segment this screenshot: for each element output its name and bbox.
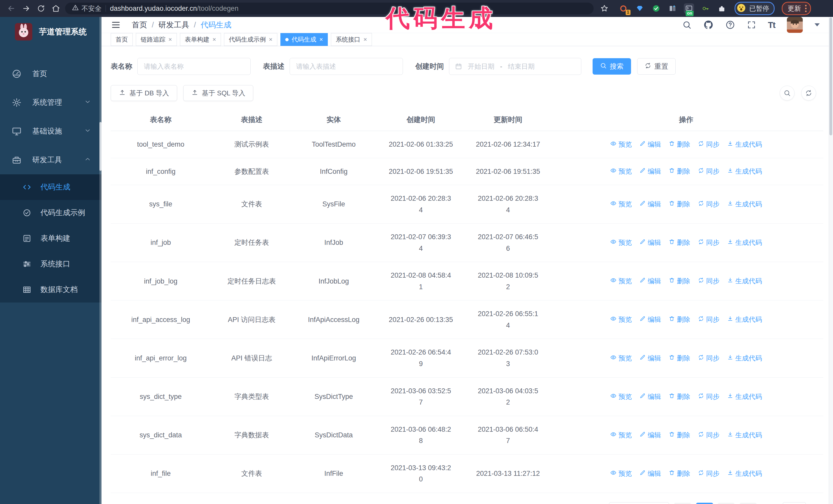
sidebar-item-1[interactable]: 首页 bbox=[0, 59, 101, 88]
action-sync[interactable]: 同步 bbox=[698, 430, 719, 441]
github-icon[interactable] bbox=[703, 20, 714, 30]
action-sync[interactable]: 同步 bbox=[698, 468, 719, 479]
security-warning[interactable]: 不安全 bbox=[72, 4, 101, 13]
sidebar-subitem-4[interactable]: 系统接口 bbox=[0, 251, 101, 277]
action-eye[interactable]: 预览 bbox=[610, 166, 632, 177]
breadcrumb-item-1[interactable]: 首页 bbox=[132, 20, 147, 30]
action-download[interactable]: 生成代码 bbox=[727, 275, 762, 287]
action-delete[interactable]: 删除 bbox=[669, 139, 690, 150]
hide-search-button[interactable] bbox=[780, 86, 794, 100]
help-icon[interactable] bbox=[725, 20, 735, 30]
tab-3[interactable]: 表单构建× bbox=[180, 33, 221, 46]
browser-profile-chip[interactable]: 已暂停 bbox=[735, 2, 775, 15]
action-download[interactable]: 生成代码 bbox=[727, 353, 762, 364]
sidebar-item-2[interactable]: 系统管理 bbox=[0, 88, 101, 117]
action-edit[interactable]: 编辑 bbox=[640, 391, 661, 402]
tab-5[interactable]: 代码生成× bbox=[280, 33, 328, 46]
table-name-input[interactable]: 请输入表名称 bbox=[137, 58, 251, 75]
action-download[interactable]: 生成代码 bbox=[727, 166, 762, 177]
action-sync[interactable]: 同步 bbox=[698, 275, 719, 287]
action-eye[interactable]: 预览 bbox=[610, 199, 632, 210]
terminal-icon[interactable]: on bbox=[684, 3, 694, 14]
action-eye[interactable]: 预览 bbox=[610, 314, 632, 325]
close-icon[interactable]: × bbox=[269, 37, 272, 43]
goto-page-input[interactable] bbox=[783, 502, 806, 504]
address-bar[interactable]: 不安全 dashboard.yudao.iocoder.cn/tool/code… bbox=[65, 3, 594, 14]
action-sync[interactable]: 同步 bbox=[698, 314, 719, 325]
import-sql-button[interactable]: 基于 SQL 导入 bbox=[183, 85, 254, 101]
bookmark-star-icon[interactable] bbox=[599, 3, 610, 14]
action-sync[interactable]: 同步 bbox=[698, 391, 719, 402]
action-download[interactable]: 生成代码 bbox=[727, 430, 762, 441]
page-button-1[interactable]: 1 bbox=[696, 503, 713, 504]
panels-icon[interactable] bbox=[667, 3, 678, 14]
action-delete[interactable]: 删除 bbox=[669, 391, 690, 402]
breadcrumb-item-2[interactable]: 研发工具 bbox=[159, 20, 189, 30]
action-edit[interactable]: 编辑 bbox=[640, 468, 661, 479]
action-download[interactable]: 生成代码 bbox=[727, 199, 762, 210]
action-delete[interactable]: 删除 bbox=[669, 353, 690, 364]
forward-icon[interactable] bbox=[21, 3, 32, 14]
action-delete[interactable]: 删除 bbox=[669, 468, 690, 479]
close-icon[interactable]: × bbox=[319, 37, 323, 43]
action-edit[interactable]: 编辑 bbox=[640, 353, 661, 364]
action-delete[interactable]: 删除 bbox=[669, 237, 690, 248]
page-size-select[interactable]: 10条/页 bbox=[609, 502, 669, 504]
search-icon[interactable] bbox=[682, 20, 691, 29]
action-edit[interactable]: 编辑 bbox=[640, 430, 661, 441]
tab-2[interactable]: 链路追踪× bbox=[136, 33, 177, 46]
action-edit[interactable]: 编辑 bbox=[640, 199, 661, 210]
next-page-button[interactable] bbox=[740, 503, 757, 504]
key-icon[interactable] bbox=[700, 3, 711, 14]
action-sync[interactable]: 同步 bbox=[698, 139, 719, 150]
sidebar-toggle-icon[interactable] bbox=[111, 20, 121, 30]
close-icon[interactable]: × bbox=[213, 37, 216, 43]
puzzle-icon[interactable] bbox=[717, 3, 727, 14]
sidebar-subitem-3[interactable]: 表单构建 bbox=[0, 225, 101, 251]
action-eye[interactable]: 预览 bbox=[610, 353, 632, 364]
action-delete[interactable]: 删除 bbox=[669, 275, 690, 287]
action-download[interactable]: 生成代码 bbox=[727, 139, 762, 150]
action-eye[interactable]: 预览 bbox=[610, 430, 632, 441]
sidebar-item-3[interactable]: 基础设施 bbox=[0, 117, 101, 146]
orange-ring-icon[interactable]: 1 bbox=[618, 3, 628, 14]
action-edit[interactable]: 编辑 bbox=[640, 314, 661, 325]
gem-icon[interactable] bbox=[635, 3, 645, 14]
avatar-caret-down-icon[interactable] bbox=[814, 23, 820, 26]
check-circle-icon[interactable] bbox=[651, 3, 661, 14]
text-size-icon[interactable]: Tt bbox=[768, 20, 775, 30]
action-sync[interactable]: 同步 bbox=[698, 199, 719, 210]
date-range-picker[interactable]: 开始日期 - 结束日期 bbox=[449, 58, 581, 75]
close-icon[interactable]: × bbox=[168, 37, 172, 43]
action-edit[interactable]: 编辑 bbox=[640, 166, 661, 177]
sidebar-scrollbar[interactable] bbox=[99, 17, 101, 504]
action-sync[interactable]: 同步 bbox=[698, 166, 719, 177]
reload-icon[interactable] bbox=[35, 3, 47, 14]
action-download[interactable]: 生成代码 bbox=[727, 391, 762, 402]
import-db-button[interactable]: 基于 DB 导入 bbox=[111, 85, 177, 101]
action-sync[interactable]: 同步 bbox=[698, 237, 719, 248]
action-eye[interactable]: 预览 bbox=[610, 139, 632, 150]
action-edit[interactable]: 编辑 bbox=[640, 275, 661, 287]
action-eye[interactable]: 预览 bbox=[610, 275, 632, 287]
search-button[interactable]: 搜索 bbox=[593, 58, 631, 75]
action-delete[interactable]: 删除 bbox=[669, 199, 690, 210]
action-download[interactable]: 生成代码 bbox=[727, 237, 762, 248]
reset-button[interactable]: 重置 bbox=[637, 58, 675, 75]
action-eye[interactable]: 预览 bbox=[610, 468, 632, 479]
app-logo[interactable]: 芋道管理系统 bbox=[0, 17, 101, 47]
home-icon[interactable] bbox=[50, 3, 62, 14]
user-avatar[interactable] bbox=[787, 17, 803, 33]
browser-update-button[interactable]: 更新 bbox=[782, 2, 811, 15]
action-edit[interactable]: 编辑 bbox=[640, 237, 661, 248]
sidebar-subitem-5[interactable]: 数据库文档 bbox=[0, 277, 101, 303]
sidebar-item-4[interactable]: 研发工具 bbox=[0, 146, 101, 174]
browser-menu-icon[interactable] bbox=[805, 5, 807, 12]
tab-4[interactable]: 代码生成示例× bbox=[224, 33, 277, 46]
action-delete[interactable]: 删除 bbox=[669, 166, 690, 177]
action-download[interactable]: 生成代码 bbox=[727, 468, 762, 479]
refresh-table-button[interactable] bbox=[801, 86, 816, 100]
action-download[interactable]: 生成代码 bbox=[727, 314, 762, 325]
action-sync[interactable]: 同步 bbox=[698, 353, 719, 364]
sidebar-subitem-1[interactable]: 代码生成 bbox=[0, 174, 101, 200]
